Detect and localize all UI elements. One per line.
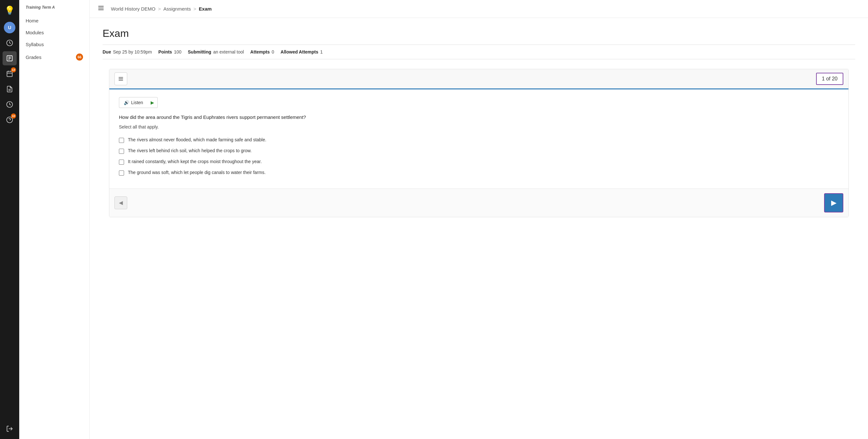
play-button[interactable]: ▶ [148,97,158,108]
hamburger-button[interactable] [97,4,104,13]
sidebar-item-home-label: Home [26,18,38,23]
icon-bar: 💡 U 13 10 [0,0,19,439]
help-badge: 10 [11,114,16,119]
question-instruction: Select all that apply. [119,124,839,129]
content-area: Exam Due Sep 25 by 10:59pm Points 100 Su… [90,18,868,439]
attempts-value: 0 [272,49,274,55]
listen-icon: 🔊 [124,100,129,105]
allowed-attempts-label: Allowed Attempts [280,49,318,55]
next-icon: ▶ [831,199,837,207]
question-counter: 1 of 20 [816,73,843,85]
question-toolbar: 1 of 20 [109,69,848,89]
breadcrumb-current: Exam [199,6,212,11]
submitting-label: Submitting [188,49,211,55]
answer-text-3: It rained constantly, which kept the cro… [128,159,262,164]
breadcrumb: World History DEMO > Assignments > Exam [111,6,212,11]
breadcrumb-assignments[interactable]: Assignments [163,6,191,11]
submitting-meta: Submitting an external tool [188,49,244,55]
list-icon[interactable] [3,51,17,65]
points-value: 100 [174,49,181,55]
exit-icon[interactable] [3,422,17,436]
main-content: World History DEMO > Assignments > Exam … [90,0,868,439]
sidebar-item-modules-label: Modules [26,30,44,35]
question-menu-button[interactable] [115,72,127,85]
next-question-button[interactable]: ▶ [824,193,843,213]
question-footer: ◀ ▶ [109,188,848,217]
prev-question-button[interactable]: ◀ [115,196,127,209]
answer-checkbox-1[interactable] [119,138,124,143]
due-value: Sep 25 by 10:59pm [113,49,152,55]
answer-option-1: The rivers almost never flooded, which m… [119,137,839,143]
sidebar-item-grades[interactable]: Grades 66 [19,50,89,64]
allowed-attempts-meta: Allowed Attempts 1 [280,49,323,55]
answer-text-4: The ground was soft, which let people di… [128,170,266,175]
sidebar-term: Training Term A [19,5,89,15]
sidebar-item-grades-label: Grades [26,55,41,60]
allowed-attempts-value: 1 [320,49,323,55]
sidebar-item-syllabus[interactable]: Syllabus [19,38,89,50]
grades-badge: 66 [76,54,83,61]
submitting-value: an external tool [213,49,244,55]
breadcrumb-sep-2: > [194,6,196,11]
prev-icon: ◀ [119,200,123,206]
answer-text-2: The rivers left behind rich soil, which … [128,148,252,153]
help-icon[interactable]: 10 [3,113,17,127]
answer-option-2: The rivers left behind rich soil, which … [119,148,839,154]
page-title: Exam [102,28,855,39]
play-icon: ▶ [151,100,154,105]
answer-checkbox-4[interactable] [119,170,124,176]
clock-icon[interactable] [3,97,17,112]
question-text: How did the area around the Tigris and E… [119,114,839,121]
question-body: 🔊 Listen ▶ How did the area around the T… [109,89,848,188]
grades-icon[interactable] [3,82,17,96]
question-container: 1 of 20 🔊 Listen ▶ How did the area arou… [109,69,849,217]
sidebar-item-syllabus-label: Syllabus [26,42,44,47]
listen-button[interactable]: 🔊 Listen [119,97,148,108]
calendar-icon[interactable]: 13 [3,67,17,81]
attempts-label: Attempts [250,49,270,55]
logo-icon[interactable]: 💡 [3,3,17,17]
header: World History DEMO > Assignments > Exam [90,0,868,18]
calendar-badge: 13 [11,67,16,72]
points-meta: Points 100 [158,49,181,55]
due-meta: Due Sep 25 by 10:59pm [102,49,152,55]
sidebar-item-home[interactable]: Home [19,15,89,27]
breadcrumb-course[interactable]: World History DEMO [111,6,155,11]
listen-label: Listen [131,100,143,105]
answer-checkbox-2[interactable] [119,149,124,154]
listen-bar: 🔊 Listen ▶ [119,97,839,108]
attempts-meta: Attempts 0 [250,49,274,55]
answer-text-1: The rivers almost never flooded, which m… [128,137,266,142]
svg-rect-5 [7,71,12,77]
history-icon[interactable] [3,36,17,50]
sidebar: Training Term A Home Modules Syllabus Gr… [19,0,90,439]
points-label: Points [158,49,172,55]
answer-option-3: It rained constantly, which kept the cro… [119,159,839,165]
answer-option-4: The ground was soft, which let people di… [119,170,839,176]
avatar[interactable]: U [3,21,17,35]
meta-bar: Due Sep 25 by 10:59pm Points 100 Submitt… [102,44,855,59]
due-label: Due [102,49,111,55]
sidebar-item-modules[interactable]: Modules [19,27,89,38]
sidebar-nav: Home Modules Syllabus Grades 66 [19,15,89,64]
answer-checkbox-3[interactable] [119,160,124,165]
breadcrumb-sep-1: > [158,6,161,11]
